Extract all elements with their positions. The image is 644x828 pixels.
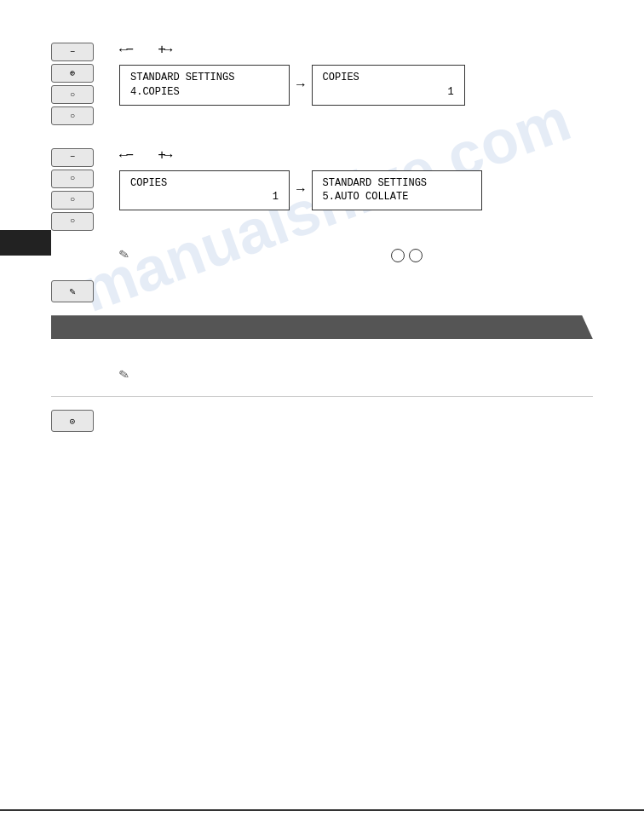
- circle-icons-group: [391, 249, 423, 262]
- display-row-2: COPIES 1 → STANDARD SETTINGS 5.AUTO COLL…: [119, 170, 593, 211]
- display-box-right-1: COPIES 1: [312, 65, 465, 106]
- display-row-1: STANDARD SETTINGS 4.COPIES → COPIES 1: [119, 65, 593, 106]
- btn-circle-4[interactable]: ○: [51, 170, 94, 188]
- display-right-line2-2: 5.AUTO COLLATE: [323, 190, 471, 204]
- arrow-left-1[interactable]: ←−: [119, 43, 132, 58]
- circle-outline-2: [409, 249, 423, 262]
- edit-pencil-icon: ✎: [69, 285, 75, 298]
- black-bar: [0, 230, 51, 256]
- btn-circle-6[interactable]: ○: [51, 212, 94, 231]
- btn-circle-plus-1[interactable]: ⊕: [51, 64, 94, 83]
- bottom-line: [0, 809, 644, 811]
- display-left-line1-1: STANDARD SETTINGS: [130, 71, 279, 85]
- display-left-line2-2: 1: [130, 190, 279, 204]
- arrow-connector-2: →: [290, 182, 312, 198]
- arrow-left-2[interactable]: ←−: [119, 148, 132, 164]
- display-box-left-1: STANDARD SETTINGS 4.COPIES: [119, 65, 290, 106]
- pencil-icon-1: ✎: [118, 244, 129, 264]
- display-left-line2-1: 4.COPIES: [130, 85, 279, 100]
- display-left-line1-2: COPIES: [130, 176, 279, 191]
- display-box-left-2: COPIES 1: [119, 170, 290, 211]
- display-box-right-2: STANDARD SETTINGS 5.AUTO COLLATE: [312, 170, 482, 211]
- arrow-connector-1: →: [290, 78, 312, 93]
- divider-line: [51, 396, 593, 397]
- buttons-col-1: − ⊕ ○ ○: [51, 43, 94, 125]
- dark-banner: [51, 315, 593, 339]
- circle-icon-2: ○: [70, 90, 75, 100]
- circle-icon-5: ○: [70, 195, 75, 204]
- nav-arrows-1: ←− +→: [119, 43, 593, 58]
- circle-icon-4: ○: [70, 174, 75, 183]
- circle-icon-3: ○: [70, 112, 75, 121]
- settings-icon: ⊙: [70, 416, 76, 427]
- arrow-right-2[interactable]: +→: [158, 148, 170, 164]
- minus-icon-2: −: [70, 152, 75, 162]
- buttons-col-2: − ○ ○ ○: [51, 148, 94, 231]
- btn-minus-2[interactable]: −: [51, 148, 94, 167]
- edit-button-area: ✎: [51, 280, 593, 302]
- btn-minus-1[interactable]: −: [51, 43, 94, 61]
- pencil-area-2: ✎: [119, 365, 593, 383]
- arrow-right-1[interactable]: +→: [158, 43, 170, 58]
- display-right-line1-1: COPIES: [323, 71, 454, 85]
- btn-circle-2[interactable]: ○: [51, 85, 94, 104]
- edit-button[interactable]: ✎: [51, 280, 94, 302]
- section-3: ✎ ⊙: [51, 365, 593, 432]
- circle-plus-icon-1: ⊕: [70, 68, 75, 78]
- display-right-line2-1: 1: [323, 85, 454, 100]
- minus-icon-1: −: [70, 48, 75, 57]
- settings-button[interactable]: ⊙: [51, 410, 94, 432]
- circle-outline-1: [391, 249, 405, 262]
- nav-arrows-2: ←− +→: [119, 148, 593, 164]
- btn-circle-3[interactable]: ○: [51, 106, 94, 125]
- pencil-area-1: ✎: [119, 244, 593, 263]
- btn-circle-5[interactable]: ○: [51, 191, 94, 210]
- display-right-line1-2: STANDARD SETTINGS: [323, 176, 471, 191]
- pencil-icon-2: ✎: [118, 364, 129, 384]
- section-1: − ⊕ ○ ○ ←− +→ STANDARD SETTINGS 4.COPIES…: [51, 43, 593, 106]
- section-2: − ○ ○ ○ ←− +→ COPIES 1 → STANDAR: [51, 148, 593, 211]
- circle-icon-6: ○: [70, 216, 75, 226]
